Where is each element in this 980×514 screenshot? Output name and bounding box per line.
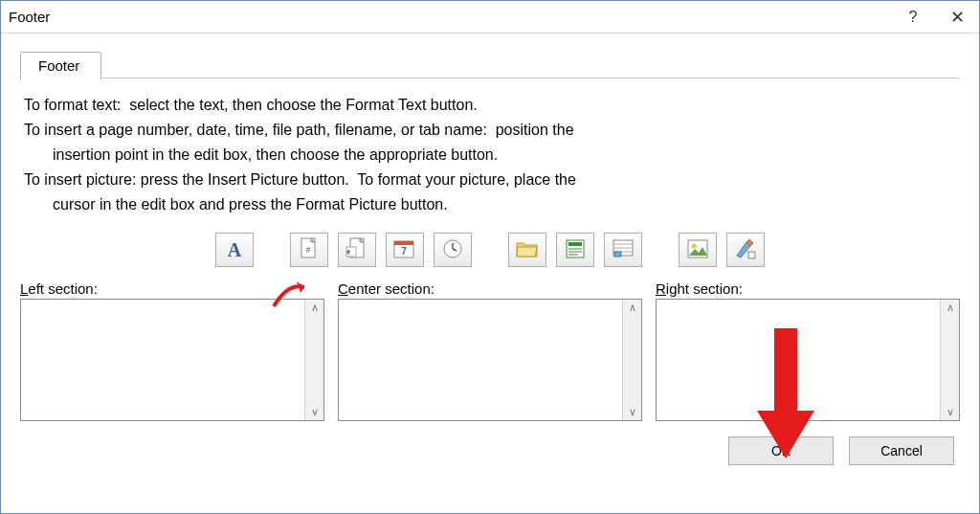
center-section-label: Center section: (338, 280, 642, 297)
left-section-input[interactable] (21, 300, 304, 420)
section-labels: Left section: Center section: Right sect… (20, 280, 960, 297)
section-editors: ∧∨ ∧∨ ∧∨ (20, 299, 960, 421)
right-section-scrollbar[interactable]: ∧∨ (940, 300, 959, 420)
file-path-icon (516, 239, 539, 261)
right-section-box: ∧∨ (656, 299, 960, 421)
center-section-input[interactable] (339, 300, 622, 420)
instr-line-2b: insertion point in the edit box, then ch… (24, 143, 960, 168)
instructions-text: To format text: select the text, then ch… (20, 93, 960, 217)
help-button[interactable]: ? (891, 1, 935, 34)
insert-picture-button[interactable] (679, 233, 717, 267)
instr-line-2a: To insert a page number, date, time, fil… (24, 122, 574, 138)
svg-rect-24 (748, 252, 755, 258)
insert-file-name-button[interactable] (556, 233, 594, 267)
tab-footer[interactable]: Footer (20, 52, 101, 79)
right-section-input[interactable] (657, 300, 940, 420)
insert-picture-icon (687, 239, 708, 261)
page-number-icon: # (299, 237, 320, 263)
format-text-button[interactable]: A (215, 233, 254, 267)
toolbar-gap-3 (652, 233, 669, 267)
cancel-button[interactable]: Cancel (849, 436, 954, 465)
scroll-up-icon: ∧ (629, 302, 636, 314)
left-section-box: ∧∨ (20, 299, 324, 421)
scroll-down-icon: ∨ (311, 406, 319, 418)
format-picture-button[interactable] (726, 233, 765, 267)
format-text-icon: A (228, 239, 241, 261)
format-picture-icon (735, 238, 756, 262)
svg-point-23 (692, 243, 697, 248)
date-icon: 7 (393, 238, 416, 262)
insert-page-number-button[interactable]: # (290, 233, 328, 267)
left-section-scrollbar[interactable]: ∧∨ (304, 300, 323, 420)
help-icon: ? (909, 9, 918, 26)
center-section-box: ∧∨ (338, 299, 642, 421)
number-of-pages-icon (345, 237, 368, 263)
center-section-scrollbar[interactable]: ∧∨ (622, 300, 641, 420)
dialog-buttons: OK Cancel (20, 436, 960, 465)
insert-date-button[interactable]: 7 (386, 233, 424, 267)
tab-strip: Footer (20, 51, 960, 79)
scroll-up-icon: ∧ (311, 302, 319, 314)
insert-time-button[interactable] (434, 233, 472, 267)
insert-number-of-pages-button[interactable] (338, 233, 376, 267)
instr-line-3b: cursor in the edit box and press the For… (24, 192, 960, 217)
titlebar: Footer ? ✕ (1, 1, 979, 34)
svg-rect-21 (614, 252, 621, 257)
file-name-icon (565, 238, 586, 262)
scroll-down-icon: ∨ (629, 406, 636, 418)
insert-file-path-button[interactable] (508, 233, 546, 267)
tab-underline (20, 78, 960, 78)
instr-line-3a: To insert picture: press the Insert Pict… (24, 171, 576, 188)
footer-dialog-window: Footer ? ✕ Footer To format text: select… (0, 0, 980, 514)
svg-text:7: 7 (401, 245, 407, 257)
close-icon: ✕ (950, 7, 965, 28)
svg-text:#: # (305, 245, 310, 255)
time-icon (442, 238, 463, 262)
right-section-label: Right section: (656, 280, 960, 297)
dialog-body: Footer To format text: select the text, … (1, 34, 979, 513)
toolbar-gap-1 (263, 233, 280, 267)
sheet-name-icon (612, 239, 634, 261)
insert-sheet-name-button[interactable] (604, 233, 642, 267)
scroll-up-icon: ∧ (947, 302, 954, 314)
instr-line-1: To format text: select the text, then ch… (24, 97, 478, 113)
toolbar-gap-2 (481, 233, 499, 267)
close-button[interactable]: ✕ (935, 1, 979, 34)
left-section-label: Left section: (20, 280, 324, 297)
ok-button[interactable]: OK (728, 436, 834, 465)
tab-label: Footer (38, 57, 79, 74)
scroll-down-icon: ∨ (947, 406, 954, 418)
toolbar: A # 7 (20, 233, 960, 267)
window-title: Footer (9, 9, 891, 25)
svg-rect-13 (568, 242, 582, 246)
